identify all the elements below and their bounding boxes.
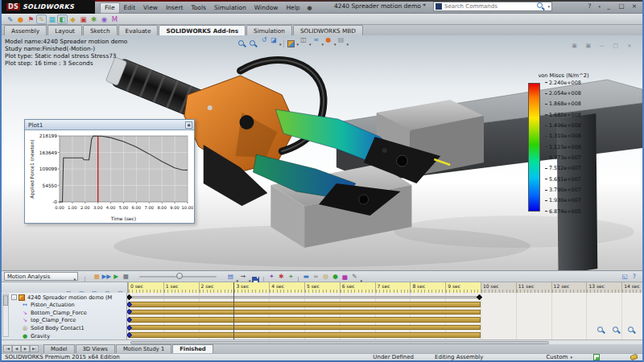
pin-menu-icon[interactable]: ●	[308, 5, 312, 11]
ruler-cell-5[interactable]: 5 sec	[304, 282, 340, 293]
tree-item-gravity[interactable]: ●Gravity	[21, 332, 126, 339]
tab-evaluate[interactable]: Evaluate	[118, 25, 159, 35]
spring-icon[interactable]: ≈	[311, 272, 320, 281]
tree-item-solid-body-contact1[interactable]: ◎Solid Body Contact1	[21, 324, 126, 332]
plot-window-titlebar[interactable]: Plot1 ▣	[25, 120, 194, 130]
play-from-start-icon[interactable]: ▶▶	[101, 272, 111, 281]
help-icon[interactable]: ?	[584, 2, 594, 11]
study-type-dropdown[interactable]: Motion Analysis▾	[4, 272, 78, 281]
minimize-button[interactable]: _	[604, 2, 613, 11]
bottom-tab-motion-study-1[interactable]: Motion Study 1	[116, 344, 171, 353]
close-button[interactable]: ×	[630, 2, 639, 11]
tree-item-piston-actuation[interactable]: ↔Piston_Actuation	[21, 301, 126, 309]
ruler-cell-4[interactable]: 4 sec	[269, 282, 304, 293]
ruler-cell-7[interactable]: 7 sec	[375, 282, 411, 293]
menu-tools[interactable]: Tools	[187, 3, 209, 13]
help-dropdown-arrow-icon[interactable]: ▾	[598, 4, 601, 9]
filter-collapse-icon[interactable]: ▽	[116, 290, 125, 293]
scanto3d-icon[interactable]: ⚑	[26, 14, 36, 24]
ruler-cell-1[interactable]: 1 sec	[163, 282, 199, 293]
simulation-addin-icon[interactable]: ◧	[57, 14, 68, 24]
tab-prev-icon[interactable]: ◀	[12, 345, 21, 352]
search-input[interactable]	[444, 3, 535, 10]
tab-last-icon[interactable]: ▶|	[30, 345, 39, 352]
filter-animated-icon[interactable]: ▽	[64, 290, 73, 293]
timeline-tracks[interactable]	[127, 293, 642, 339]
doc-next-icon[interactable]: ▣	[584, 43, 593, 49]
appearances-icon[interactable]: ●	[324, 35, 333, 45]
plot-window[interactable]: Plot1 ▣ 21819916364910909954550-00.001.0…	[24, 119, 195, 224]
playback-speed-dropdown[interactable]: ▤	[225, 272, 235, 281]
stop-icon[interactable]: ■	[121, 272, 130, 281]
timeline-playhead[interactable]	[233, 282, 234, 339]
menu-window[interactable]: Window	[250, 3, 283, 13]
tab-next-icon[interactable]: ▶	[21, 345, 30, 352]
ruler-cell-14[interactable]: 14 sec	[621, 282, 642, 293]
tab-solidworks-add-ins[interactable]: SOLIDWORKS Add-Ins	[159, 25, 246, 35]
timeline-ruler[interactable]: 0 sec1 sec2 sec3 sec4 sec5 sec6 sec7 sec…	[2, 282, 642, 293]
menu-help[interactable]: Help	[282, 3, 303, 13]
ruler-cell-13[interactable]: 13 sec	[586, 282, 621, 293]
ruler-cell-10[interactable]: 10 sec	[481, 282, 516, 293]
graphics-viewport[interactable]: Model name:4240 Spreader motion demoStud…	[2, 35, 642, 270]
section-view-icon-arrow[interactable]: ▾	[279, 42, 282, 47]
timeline-track-row[interactable]	[129, 332, 481, 338]
playback-slider[interactable]	[139, 272, 217, 281]
tree-item-top-clamp-force[interactable]: ↘top_Clamp_Force	[21, 317, 126, 325]
contact-icon[interactable]: ◎	[320, 272, 330, 281]
tab-assembly[interactable]: Assembly	[4, 25, 47, 35]
doc-close-icon[interactable]: ×	[625, 43, 634, 49]
apply-scene-icon-arrow[interactable]: ▾	[347, 42, 349, 47]
ruler-cell-11[interactable]: 11 sec	[516, 282, 551, 293]
menu-insert[interactable]: Insert	[162, 3, 188, 13]
routing-icon[interactable]: ✎	[36, 14, 47, 24]
results-plots-icon[interactable]: ▅	[340, 272, 349, 281]
playback-mode-dropdown[interactable]: →	[238, 272, 248, 281]
filter-selected-icon[interactable]: ▽	[90, 290, 99, 293]
tree-scrollbar[interactable]	[2, 294, 9, 337]
timeline-change-bar[interactable]	[129, 296, 481, 298]
timeline-track-row[interactable]	[129, 325, 481, 331]
circuitworks-icon[interactable]: ✎	[5, 14, 15, 24]
menu-view[interactable]: View	[139, 3, 162, 13]
tab-sketch[interactable]: Sketch	[83, 25, 118, 35]
filter-driving-icon[interactable]: ▽	[77, 290, 86, 293]
calculate-icon[interactable]: ▦	[92, 272, 101, 281]
ruler-cell-2[interactable]: 2 sec	[199, 282, 234, 293]
auto-key-icon[interactable]: ✱	[276, 272, 286, 281]
tree-expander-icon[interactable]: -	[11, 294, 17, 300]
tab-layout[interactable]: Layout	[47, 25, 82, 35]
collapse-motionmanager-icon[interactable]: ◱	[620, 272, 630, 281]
previous-view-icon[interactable]: ↺	[259, 35, 269, 45]
mbd-addin-icon[interactable]: M	[109, 14, 120, 24]
inspection-icon[interactable]: ◉	[99, 14, 109, 24]
bottom-tab-3d-views[interactable]: 3D Views	[76, 344, 115, 353]
display-style-icon[interactable]: ◫	[299, 35, 308, 45]
timeline-zoom-out-icon[interactable]	[628, 327, 636, 335]
timeline-zoom-fit-icon[interactable]	[613, 327, 621, 335]
ruler-cell-3[interactable]: 3 sec	[233, 282, 269, 293]
ruler-cell-6[interactable]: 6 sec	[340, 282, 375, 293]
gravity-icon[interactable]: ●	[330, 272, 340, 281]
search-icon[interactable]	[537, 2, 545, 10]
ruler-cell-9[interactable]: 9 sec	[445, 282, 481, 293]
photoview360-icon[interactable]: ●	[15, 14, 26, 24]
zoom-to-fit-icon[interactable]	[238, 40, 246, 48]
help-icon[interactable]: ?	[630, 272, 639, 281]
doc-prev-icon[interactable]: ▣	[570, 43, 580, 49]
apply-scene-icon[interactable]: ▤	[336, 35, 346, 45]
add-key-icon[interactable]: +	[286, 272, 295, 281]
playback-slider-thumb[interactable]	[176, 273, 183, 279]
keyframe-diamond[interactable]	[477, 294, 482, 299]
plastics-icon[interactable]: ✱	[89, 14, 99, 24]
search-dropdown-arrow-icon[interactable]: ▾	[547, 4, 550, 9]
tab-simulation[interactable]: Simulation	[246, 25, 292, 35]
status-sheet-icon[interactable]	[593, 354, 600, 360]
menu-file[interactable]: File	[100, 2, 120, 14]
toolbox-icon[interactable]: ▦	[47, 14, 57, 24]
section-view-icon[interactable]: ◪	[269, 35, 279, 45]
motion-addin-icon[interactable]: ◆	[68, 14, 78, 24]
play-icon[interactable]: ▶	[111, 272, 121, 281]
animation-wizard-icon[interactable]: ✦	[266, 272, 276, 281]
menu-simulation[interactable]: Simulation	[210, 3, 250, 13]
